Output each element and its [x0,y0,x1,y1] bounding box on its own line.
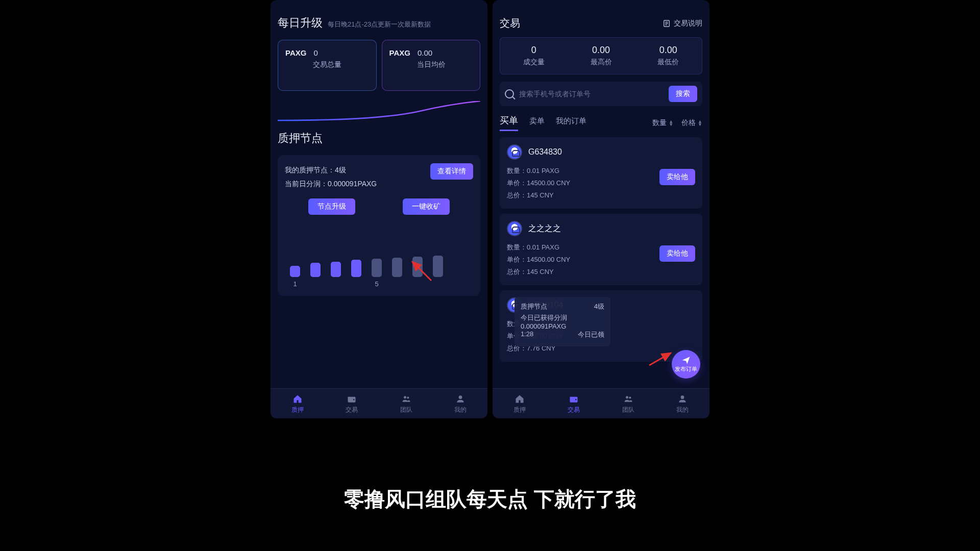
bottom-nav: 质押 交易 团队 我的 [493,388,709,418]
sort-arrows-icon: ▲▼ [698,120,702,126]
stat-card-avgprice: PAXG 0.00 当日均价 [382,40,481,91]
stat-label: 交易总量 [313,60,369,69]
bar [412,257,423,277]
stat-value: 0 [313,48,317,57]
order-total: 总价：145 CNY [507,266,695,278]
trade-explain-link[interactable]: 交易说明 [663,19,702,28]
view-detail-button[interactable]: 查看详情 [430,163,473,180]
pledge-level-label: 我的质押节点： [285,166,335,174]
high-value: 0.00 [568,45,635,56]
bar [433,256,443,277]
svg-point-11 [681,395,684,399]
order-card: G634830 数量：0.01 PAXG 单价：14500.00 CNY 总价：… [500,137,702,209]
volume-value: 0 [500,45,568,56]
right-phone: 交易 交易说明 0成交量 0.00最高价 0.00最低价 搜索 买单 卖单 我的… [493,0,709,418]
user-icon [455,394,466,404]
daily-upgrade-sub: 每日晚21点-23点更新一次最新数据 [328,20,431,29]
sort-arrows-icon: ▲▼ [669,120,673,126]
nav-pledge[interactable]: 质押 [271,394,325,414]
nav-trade[interactable]: 交易 [325,394,379,414]
nav-trade[interactable]: 交易 [547,394,601,414]
document-icon [663,19,671,28]
low-value: 0.00 [634,45,702,56]
home-icon [514,394,525,404]
pledge-profit-value: 0.000091PAXG [328,180,377,188]
bar [392,258,402,277]
left-phone: 每日升级 每日晚21点-23点更新一次最新数据 PAXG 0 交易总量 PAXG… [271,0,487,418]
upgrade-node-button[interactable]: 节点升级 [308,198,355,215]
svg-point-9 [626,396,628,398]
bar-chart [285,251,473,277]
tab-myorders[interactable]: 我的订单 [556,116,586,129]
home-icon [292,394,303,404]
bar [290,266,300,277]
pledge-panel: 我的质押节点：4级 当前日分润：0.000091PAXG 查看详情 节点升级 一… [278,155,480,296]
search-input[interactable] [519,90,664,98]
high-label: 最高价 [568,58,635,67]
search-button[interactable]: 搜索 [669,86,697,102]
bar [310,263,321,277]
sort-quantity[interactable]: 数量▲▼ [652,118,673,128]
tab-sell[interactable]: 卖单 [529,116,545,129]
volume-label: 成交量 [500,58,568,67]
bar [351,260,361,277]
decorative-curve [278,101,480,121]
bottom-nav: 质押 交易 团队 我的 [271,388,487,418]
svg-point-1 [407,396,409,398]
low-label: 最低价 [634,58,702,67]
nav-team[interactable]: 团队 [379,394,433,414]
pledge-level-value: 4级 [335,166,346,174]
daily-upgrade-title: 每日升级 [278,15,323,31]
video-caption: 零撸风口组队每天点 下就行了我 [344,485,635,513]
search-bar: 搜索 [500,82,702,106]
wallet-icon [346,394,357,404]
stat-value: 0.00 [418,48,432,57]
order-card: 之之之之 数量：0.01 PAXG 单价：14500.00 CNY 总价：145… [500,214,702,285]
stat-ticker: PAXG [389,48,410,57]
pledge-profit-label: 当前日分润： [285,180,328,188]
daily-upgrade-header: 每日升级 每日晚21点-23点更新一次最新数据 [278,15,480,31]
order-total: 总价：145 CNY [507,189,695,202]
team-icon [623,394,634,404]
nav-pledge[interactable]: 质押 [493,394,547,414]
order-username: 之之之之 [528,223,561,234]
avatar-icon [507,221,522,236]
market-stats: 0成交量 0.00最高价 0.00最低价 [500,37,702,74]
stat-card-volume: PAXG 0 交易总量 [278,40,377,91]
nav-mine[interactable]: 我的 [433,394,487,414]
search-icon [505,89,514,98]
stat-ticker: PAXG [285,48,306,57]
bar-axis-label: 1 [290,280,300,288]
bar [331,262,341,277]
pledge-title: 质押节点 [278,131,323,146]
tab-buy[interactable]: 买单 [500,114,518,131]
svg-point-2 [459,395,462,399]
sell-to-button[interactable]: 卖给他 [659,169,695,185]
sell-to-button[interactable]: 卖给他 [659,245,695,262]
stat-label: 当日均价 [417,60,473,69]
svg-point-10 [629,396,631,398]
bar [372,259,382,277]
user-icon [677,394,688,404]
pledge-tooltip: 质押节点4级 今日已获得分润0.000091PAXG 1:28今日已领 [514,297,610,346]
bar-axis-label: 5 [372,280,382,288]
order-username: G634830 [528,147,562,157]
send-icon [681,356,691,365]
trade-title: 交易 [500,16,520,30]
avatar-icon [507,144,522,160]
collect-mining-button[interactable]: 一键收矿 [403,198,450,215]
sort-price[interactable]: 价格▲▼ [681,118,702,128]
nav-mine[interactable]: 我的 [655,394,709,414]
team-icon [401,394,412,404]
publish-order-fab[interactable]: 发布订单 [672,350,700,379]
wallet-icon [568,394,579,404]
nav-team[interactable]: 团队 [601,394,655,414]
svg-point-0 [404,396,406,398]
